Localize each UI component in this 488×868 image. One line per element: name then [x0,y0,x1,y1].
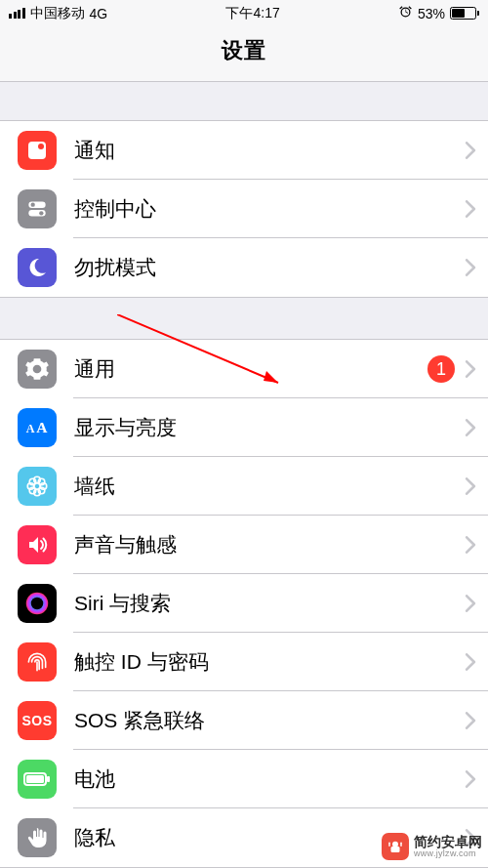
moon-icon [18,248,57,287]
gear-icon [18,350,57,389]
settings-group-1: 通知 控制中心 勿扰模式 [0,120,488,298]
settings-group-2: 通用 1 AA 显示与亮度 墙纸 声音与触感 Siri 与搜索 [0,339,488,868]
cell-label: 声音与触感 [57,531,465,558]
chevron-right-icon [465,360,476,378]
cell-label: 显示与亮度 [57,414,465,441]
carrier-label: 中国移动 [30,5,85,22]
cell-label: 触控 ID 与密码 [57,648,465,676]
status-time: 下午4:17 [225,5,279,22]
svg-text:A: A [36,419,48,435]
chevron-right-icon [465,419,476,436]
svg-rect-26 [388,843,390,847]
chevron-right-icon [465,259,476,276]
control-center-icon [18,189,57,228]
cell-label: 控制中心 [57,195,465,223]
cell-label: 墙纸 [57,473,465,500]
speaker-icon [18,525,57,564]
sos-icon-text: SOS [21,713,52,728]
settings-row-battery[interactable]: 电池 [0,750,488,808]
settings-row-wallpaper[interactable]: 墙纸 [0,457,488,516]
settings-row-display-brightness[interactable]: AA 显示与亮度 [0,398,488,457]
cell-label: SOS 紧急联络 [57,707,465,734]
chevron-right-icon [465,200,476,218]
settings-row-do-not-disturb[interactable]: 勿扰模式 [0,238,488,297]
svg-point-18 [31,598,44,610]
settings-row-general[interactable]: 通用 1 [0,340,488,398]
svg-rect-1 [38,144,44,149]
notifications-icon [18,131,57,170]
hand-icon [18,818,57,857]
chevron-right-icon [465,142,476,159]
settings-row-notifications[interactable]: 通知 [0,121,488,180]
chevron-right-icon [465,536,476,554]
watermark-brand: 简约安卓网 [414,835,482,849]
section-gap [0,298,488,339]
svg-rect-27 [400,843,402,847]
chevron-right-icon [465,653,476,671]
watermark: 简约安卓网 www.jylzw.com [382,833,482,860]
svg-point-5 [39,211,43,215]
cell-label: 电池 [57,765,465,793]
settings-row-siri-search[interactable]: Siri 与搜索 [0,574,488,633]
status-bar: 中国移动 4G 下午4:17 53% [0,0,488,26]
cell-label: 通知 [57,137,465,164]
cell-label: 通用 [57,355,427,383]
settings-row-emergency-sos[interactable]: SOS SOS 紧急联络 [0,691,488,750]
sos-icon: SOS [18,701,57,740]
watermark-logo-icon [382,833,409,860]
svg-point-24 [392,842,398,847]
battery-icon [450,7,479,20]
svg-rect-25 [391,847,400,852]
notification-badge: 1 [427,355,455,383]
svg-rect-21 [47,776,50,782]
battery-percent: 53% [418,6,445,21]
wallpaper-icon [18,467,57,506]
svg-text:A: A [26,422,35,435]
signal-strength-icon [9,8,25,19]
chevron-right-icon [465,595,476,612]
chevron-right-icon [465,770,476,788]
display-icon: AA [18,408,57,447]
status-left: 中国移动 4G [9,5,107,22]
settings-row-sounds-haptics[interactable]: 声音与触感 [0,516,488,574]
watermark-url: www.jylzw.com [414,849,482,858]
svg-rect-0 [28,142,46,159]
fingerprint-icon [18,642,57,682]
page-title: 设置 [0,36,488,65]
siri-icon [18,584,57,623]
alarm-icon [398,5,413,22]
chevron-right-icon [465,712,476,729]
status-right: 53% [398,5,479,22]
svg-rect-20 [26,775,44,783]
svg-point-3 [31,203,35,207]
settings-row-control-center[interactable]: 控制中心 [0,180,488,238]
network-label: 4G [90,6,108,21]
battery-settings-icon [18,760,57,799]
settings-row-touch-id-passcode[interactable]: 触控 ID 与密码 [0,633,488,691]
cell-label: Siri 与搜索 [57,590,465,617]
cell-label: 勿扰模式 [57,254,465,281]
section-gap [0,81,488,120]
chevron-right-icon [465,477,476,495]
nav-header: 设置 [0,26,488,82]
